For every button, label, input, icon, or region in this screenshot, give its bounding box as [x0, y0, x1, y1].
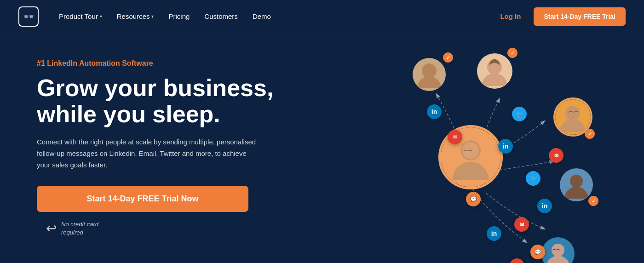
- linkedin-bubble-4: in: [487, 226, 501, 241]
- linkedin-bubble-2: in: [498, 139, 513, 154]
- nav-item-product-tour[interactable]: Product Tour ▾: [52, 9, 109, 24]
- message-bubble-2: 💬: [530, 245, 545, 259]
- nav-item-demo[interactable]: Demo: [246, 9, 277, 24]
- avatar-top-left: [411, 56, 448, 93]
- no-credit-text: No credit cardrequired: [61, 220, 98, 237]
- login-button[interactable]: Log In: [494, 9, 526, 24]
- email-bubble-3: ✉: [514, 217, 529, 232]
- nav-item-customers[interactable]: Customers: [198, 9, 244, 24]
- hero-description: Connect with the right people at scale b…: [37, 137, 258, 171]
- email-bubble-2: ✉: [549, 148, 564, 163]
- nav-item-resources[interactable]: Resources ▾: [110, 9, 161, 24]
- svg-point-9: [560, 119, 586, 132]
- hero-trial-button[interactable]: Start 14-Day FREE Trial Now: [37, 186, 248, 212]
- hero-tagline: #1 LinkedIn Automation Software: [37, 59, 337, 68]
- nav-right: Log In Start 14-Day FREE Trial: [494, 7, 626, 26]
- navbar: 👓 Product Tour ▾ Resources ▾ Pricing Cus…: [0, 0, 644, 33]
- check-badge-1: ✓: [443, 52, 453, 63]
- twitter-bubble-1: 🐦: [512, 107, 527, 121]
- swirl-icon: ↩: [46, 221, 57, 236]
- svg-point-13: [552, 244, 564, 257]
- svg-point-5: [417, 76, 441, 88]
- twitter-bubble-2: 🐦: [526, 171, 540, 186]
- svg-point-14: [546, 256, 570, 263]
- svg-point-1: [452, 162, 489, 180]
- message-bubble-1: 💬: [466, 192, 481, 206]
- check-badge-3: ✓: [585, 129, 595, 139]
- logo-icon: 👓: [18, 6, 39, 27]
- svg-point-11: [570, 175, 583, 188]
- chevron-down-icon: ▾: [151, 14, 154, 19]
- no-credit-note: ↩ No credit cardrequired: [46, 220, 337, 237]
- linkedin-bubble-1: in: [427, 104, 442, 119]
- chevron-down-icon: ▾: [100, 14, 102, 19]
- svg-point-8: [565, 106, 580, 120]
- nav-trial-button[interactable]: Start 14-Day FREE Trial: [534, 7, 626, 26]
- svg-point-12: [564, 187, 588, 199]
- check-badge-2: ✓: [507, 48, 518, 58]
- hero-left: #1 LinkedIn Automation Software Grow you…: [37, 59, 356, 237]
- logo[interactable]: 👓: [18, 6, 39, 27]
- nav-item-pricing[interactable]: Pricing: [162, 9, 196, 24]
- svg-point-7: [482, 73, 507, 86]
- svg-point-4: [422, 63, 437, 78]
- email-bubble-1: ✉: [448, 130, 462, 144]
- linkedin-bubble-3: in: [537, 199, 552, 213]
- hero-section: #1 LinkedIn Automation Software Grow you…: [0, 33, 644, 263]
- hero-right: ✓ ✓ ✓: [356, 33, 616, 263]
- nav-links: Product Tour ▾ Resources ▾ Pricing Custo…: [52, 9, 494, 24]
- avatar-top-center: [475, 51, 514, 91]
- hero-title: Grow your business, while you sleep.: [37, 75, 337, 127]
- check-badge-4: ✓: [588, 196, 598, 206]
